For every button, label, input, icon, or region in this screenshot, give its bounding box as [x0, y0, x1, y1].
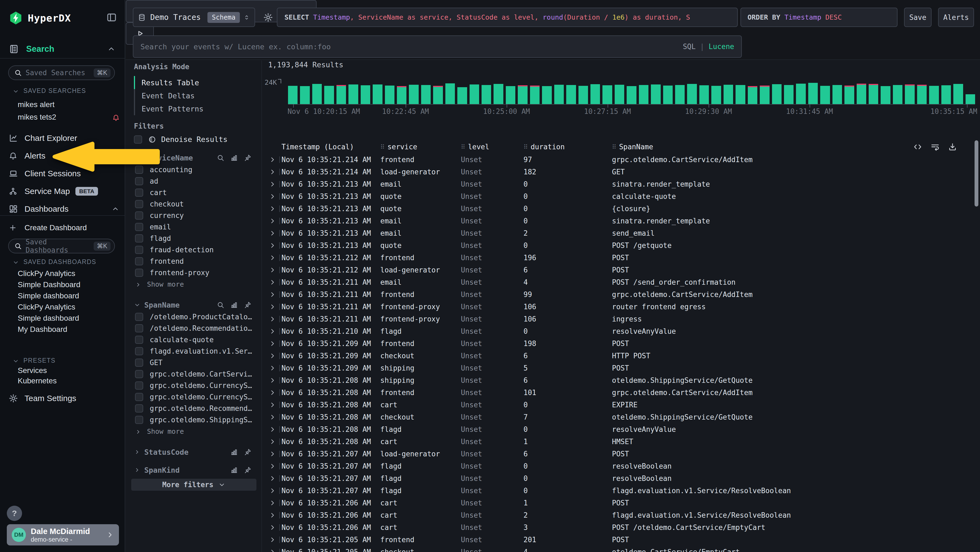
pin-icon[interactable]	[244, 466, 251, 474]
checkbox[interactable]	[135, 404, 143, 413]
alerts-button[interactable]: Alerts	[938, 8, 974, 27]
histogram-bar[interactable]	[796, 84, 805, 104]
mode-lucene[interactable]: Lucene	[709, 43, 734, 51]
saved-dashboard-item[interactable]: Simple dashboard	[18, 290, 79, 302]
expand-row-icon[interactable]	[269, 524, 282, 531]
expand-row-icon[interactable]	[269, 328, 282, 335]
vertical-scrollbar[interactable]	[975, 140, 978, 206]
chart-icon[interactable]	[230, 301, 238, 309]
filter-group-header[interactable]: SpanKind	[126, 464, 261, 476]
histogram-bar[interactable]	[735, 85, 745, 104]
histogram-bar[interactable]	[312, 84, 322, 104]
table-row[interactable]: Nov 6 10:35:21.205 AMcheckoutUnset4oteld…	[269, 546, 970, 552]
checkbox[interactable]	[135, 246, 143, 254]
histogram-bar[interactable]	[397, 86, 406, 104]
filter-option[interactable]: /oteldemo.ProductCatalo…	[126, 311, 261, 322]
order-by-editor[interactable]: ORDER BY Timestamp DESC	[740, 8, 897, 27]
select-clause-editor[interactable]: SELECT Timestamp, ServiceName as service…	[277, 8, 738, 27]
expand-row-icon[interactable]	[269, 316, 282, 322]
filter-option[interactable]: grpc.oteldemo.CartServi…	[126, 369, 261, 380]
show-more-button[interactable]: Show more	[126, 278, 261, 290]
checkbox[interactable]	[135, 336, 143, 344]
expand-row-icon[interactable]	[269, 438, 282, 445]
histogram-bar[interactable]	[469, 85, 479, 104]
drag-handle-icon[interactable]: ⠿	[380, 144, 385, 150]
table-row[interactable]: Nov 6 10:35:21.213 AMemailUnset0sinatra.…	[269, 178, 970, 190]
table-row[interactable]: Nov 6 10:35:21.207 AMflagdUnset0flagd.ev…	[269, 485, 970, 497]
histogram-bar[interactable]	[433, 86, 442, 104]
expand-row-icon[interactable]	[269, 463, 282, 470]
table-row[interactable]: Nov 6 10:35:21.207 AMload-generatorUnset…	[269, 448, 970, 460]
table-row[interactable]: Nov 6 10:35:21.207 AMflagdUnset0resolveB…	[269, 472, 970, 485]
table-row[interactable]: Nov 6 10:35:21.211 AMfrontendUnset99grpc…	[269, 288, 970, 300]
saved-dashboard-item[interactable]: Simple Dashboard	[18, 279, 80, 291]
histogram-bar[interactable]	[857, 84, 866, 104]
table-row[interactable]: Nov 6 10:35:21.206 AMcartUnset3POST /ote…	[269, 521, 970, 533]
checkbox[interactable]	[135, 381, 143, 389]
pin-icon[interactable]	[244, 448, 251, 456]
histogram-bar[interactable]	[300, 86, 310, 104]
histogram-bar[interactable]	[929, 86, 939, 104]
histogram-bar[interactable]	[893, 85, 902, 104]
table-row[interactable]: Nov 6 10:35:21.213 AMquoteUnset0{closure…	[269, 203, 970, 215]
expand-row-icon[interactable]	[269, 549, 282, 552]
team-settings-button[interactable]: Team Settings	[9, 391, 119, 406]
saved-dashboard-item[interactable]: ClickPy Analytics	[18, 268, 75, 279]
histogram-bar[interactable]	[941, 85, 951, 104]
analysis-mode-results-table[interactable]: Results Table	[142, 76, 204, 89]
histogram-bar[interactable]	[820, 86, 830, 104]
filter-option[interactable]: GET	[126, 357, 261, 369]
table-row[interactable]: Nov 6 10:35:21.207 AMflagdUnset0resolveB…	[269, 460, 970, 472]
create-dashboard-button[interactable]: Create Dashboard	[9, 220, 119, 235]
expand-row-icon[interactable]	[269, 536, 282, 543]
histogram-bar[interactable]	[409, 85, 418, 104]
expand-row-icon[interactable]	[269, 499, 282, 506]
histogram-bar[interactable]	[421, 85, 431, 104]
filter-option[interactable]: checkout	[126, 198, 261, 210]
expand-row-icon[interactable]	[269, 168, 282, 175]
table-row[interactable]: Nov 6 10:35:21.211 AMfrontend-proxyUnset…	[269, 300, 970, 313]
expand-row-icon[interactable]	[269, 205, 282, 212]
histogram-bar[interactable]	[288, 86, 298, 104]
checkbox[interactable]	[135, 313, 143, 321]
histogram-bar[interactable]	[905, 85, 915, 104]
histogram-bar[interactable]	[542, 86, 552, 104]
histogram-bar[interactable]	[348, 85, 358, 104]
table-row[interactable]: Nov 6 10:35:21.209 AMshippingUnset5POST	[269, 362, 970, 374]
filter-option[interactable]: email	[126, 221, 261, 233]
column-header-timestamp-local[interactable]: Timestamp (Local)	[282, 143, 380, 151]
filter-option[interactable]: frontend-proxy	[126, 267, 261, 278]
expand-row-icon[interactable]	[269, 193, 282, 200]
column-header-level[interactable]: ⠿level	[461, 143, 523, 151]
table-row[interactable]: Nov 6 10:35:21.205 AMfrontendUnset201POS…	[269, 533, 970, 546]
table-row[interactable]: Nov 6 10:35:21.208 AMflagdUnset0resolveA…	[269, 423, 970, 436]
drag-handle-icon[interactable]: ⠿	[461, 144, 465, 150]
histogram-bar[interactable]	[615, 85, 624, 104]
expand-row-icon[interactable]	[269, 512, 282, 519]
expand-row-icon[interactable]	[269, 291, 282, 298]
table-row[interactable]: Nov 6 10:35:21.213 AMquoteUnset0POST /ge…	[269, 239, 970, 252]
histogram-bar[interactable]	[554, 85, 564, 104]
histogram-bar[interactable]	[336, 85, 346, 104]
checkbox[interactable]	[135, 269, 143, 277]
source-settings-gear-icon[interactable]	[263, 13, 273, 22]
analysis-mode-event-deltas[interactable]: Event Deltas	[142, 89, 204, 102]
checkbox[interactable]	[135, 211, 143, 220]
sidebar-item-service-map[interactable]: Service MapBETA	[9, 183, 119, 199]
histogram-bar[interactable]	[506, 86, 515, 104]
expand-row-icon[interactable]	[269, 181, 282, 188]
nav-section-search[interactable]: Search	[9, 41, 117, 57]
table-row[interactable]: Nov 6 10:35:21.213 AMemailUnset2send_ema…	[269, 227, 970, 239]
filter-option[interactable]: calculate-quote	[126, 334, 261, 346]
histogram-bar[interactable]	[663, 86, 673, 104]
histogram-bar[interactable]	[627, 86, 636, 104]
checkbox[interactable]	[135, 177, 143, 185]
chevron-up-icon[interactable]	[107, 45, 115, 53]
histogram-bar[interactable]	[373, 85, 382, 104]
histogram-bar[interactable]	[760, 86, 769, 104]
expand-row-icon[interactable]	[269, 401, 282, 408]
expand-row-icon[interactable]	[269, 413, 282, 421]
table-row[interactable]: Nov 6 10:35:21.208 AMshippingUnset6oteld…	[269, 374, 970, 386]
histogram-bar[interactable]	[493, 84, 503, 104]
collapse-sidebar-icon[interactable]	[106, 12, 117, 23]
